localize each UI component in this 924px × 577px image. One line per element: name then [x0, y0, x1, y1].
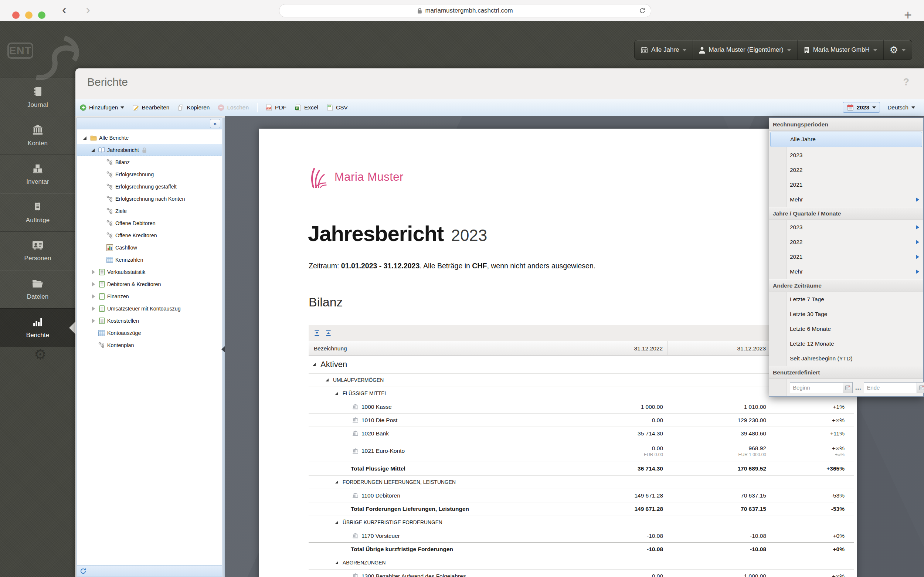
tree-expander-icon[interactable]	[91, 318, 96, 324]
language-button[interactable]: Deutsch	[887, 104, 915, 111]
forward-button[interactable]: ›	[86, 2, 90, 18]
period-item-2-0[interactable]: Letzte 7 Tage	[769, 292, 923, 307]
period-selector-button[interactable]: Alle Jahre	[634, 40, 693, 60]
tree-item-2[interactable]: Bilanz	[77, 156, 222, 168]
report-year-button[interactable]: 2023	[843, 102, 880, 113]
period-item-0-4[interactable]: Mehr	[769, 192, 923, 207]
period-item-0-0[interactable]: Alle Jahre	[770, 132, 922, 147]
tree-expander-icon[interactable]	[83, 135, 88, 140]
tree-item-11[interactable]: Verkaufsstatistik	[77, 266, 222, 278]
sidebar-item-dateien[interactable]: Dateien	[0, 270, 76, 308]
tree-item-9[interactable]: Cashflow	[77, 242, 222, 253]
row-name-cell: 1021 Euro-Konto	[309, 448, 548, 454]
tree-item-4[interactable]: Erfolgsrechnung gestaffelt	[77, 181, 222, 193]
value-cell-2023: 968.92EUR 1 000.00	[668, 445, 771, 457]
table-row: 1170 Vorsteuer-10.08-10.08+0%	[309, 529, 854, 543]
period-item-1-0[interactable]: 2023	[769, 220, 923, 235]
tree-item-15[interactable]: Kostenstellen	[77, 314, 222, 327]
add-button[interactable]: Hinzufügen	[80, 104, 124, 111]
tree-item-7[interactable]: Offene Debitoren	[77, 217, 222, 229]
sidebar-item-berichte[interactable]: Berichte	[0, 308, 76, 347]
chevron-down-icon	[873, 49, 877, 52]
zoom-window-button[interactable]	[38, 11, 45, 19]
tree-item-3[interactable]: Erfolgsrechnung	[77, 168, 222, 181]
sidebar-item-auftraege[interactable]: Aufträge	[0, 193, 76, 231]
sidebar-item-konten[interactable]: Konten	[0, 116, 76, 155]
sidebar-item-personen[interactable]: Personen	[0, 231, 76, 270]
refresh-icon[interactable]	[80, 568, 87, 574]
tree-expander-icon[interactable]	[91, 294, 96, 299]
tree-item-0[interactable]: Alle Berichte	[77, 132, 222, 144]
period-item-0-2[interactable]: 2022	[769, 163, 923, 177]
report-page: Maria Muster Jahresbericht 2023 Zeitraum…	[259, 129, 857, 577]
copy-button[interactable]: Kopieren	[177, 104, 209, 111]
settings-menu-button[interactable]: ⚙	[884, 40, 912, 60]
delete-button[interactable]: Löschen	[218, 104, 249, 111]
tree-expander-icon[interactable]	[91, 306, 96, 311]
back-button[interactable]: ‹	[62, 2, 66, 18]
end-date-input[interactable]	[864, 382, 917, 393]
period-item-1-1[interactable]: 2022	[769, 235, 923, 250]
sidebar-item-inventar[interactable]: Inventar	[0, 155, 76, 193]
address-bar[interactable]: mariamustergmbh.cashctrl.com	[279, 4, 651, 18]
column-header-2023: 31.12.2023	[668, 341, 771, 356]
begin-date-input[interactable]	[790, 382, 843, 393]
submenu-arrow-icon	[916, 269, 919, 274]
tree-expander-icon[interactable]	[91, 147, 96, 153]
collapse-triangle-icon[interactable]	[325, 377, 330, 383]
close-window-button[interactable]	[12, 11, 19, 19]
tree-header: «	[77, 118, 222, 129]
sidebar-item-journal[interactable]: Journal	[0, 77, 76, 116]
csv-button[interactable]: CSV CSV	[326, 104, 348, 111]
tree-expander-icon[interactable]	[91, 269, 96, 275]
collapse-triangle-icon[interactable]	[312, 361, 317, 367]
row-name-cell: Total Flüssige Mittel	[309, 465, 548, 472]
end-date-picker-icon[interactable]	[917, 382, 924, 393]
sidebar-gear-icon[interactable]: ⚙	[34, 347, 47, 363]
tree-expander-icon[interactable]	[91, 282, 96, 287]
collapse-panel-button[interactable]: «	[210, 119, 220, 128]
collapse-triangle-icon[interactable]	[335, 560, 340, 566]
organization-menu-button[interactable]: Maria Muster GmbH	[798, 40, 884, 60]
user-menu-button[interactable]: Maria Muster (Eigentümer)	[693, 40, 797, 60]
period-item-2-2[interactable]: Letzte 6 Monate	[769, 322, 923, 336]
excel-button[interactable]: X Excel	[295, 104, 318, 111]
table-icon	[106, 256, 113, 263]
tree-item-6[interactable]: Ziele	[77, 205, 222, 217]
tree-item-14[interactable]: Umsatzsteuer mit Kontoauszug	[77, 302, 222, 314]
period-item-label: Alle Jahre	[790, 136, 816, 143]
collapse-all-icon[interactable]	[325, 330, 332, 336]
period-item-0-3[interactable]: 2021	[769, 177, 923, 192]
collapse-triangle-icon[interactable]	[335, 520, 340, 525]
value-cell-2022: 1 000.00	[548, 404, 668, 410]
tree-item-17[interactable]: Kontenplan	[77, 339, 222, 351]
edit-button[interactable]: Bearbeiten	[132, 104, 169, 111]
pdf-button[interactable]: PDF PDF	[266, 104, 287, 111]
collapse-triangle-icon[interactable]	[335, 479, 340, 485]
period-custom-header: Benutzerdefiniert	[769, 366, 923, 379]
period-item-1-3[interactable]: Mehr	[769, 264, 923, 279]
chevron-down-icon	[872, 106, 876, 109]
period-item-0-1[interactable]: 2023	[769, 148, 923, 163]
tree-item-10[interactable]: Kennzahlen	[77, 253, 222, 266]
begin-date-picker-icon[interactable]	[843, 382, 853, 393]
tree-item-13[interactable]: Finanzen	[77, 290, 222, 302]
panel-splitter[interactable]	[222, 118, 225, 577]
inventar-icon	[32, 163, 43, 175]
period-item-2-4[interactable]: Seit Jahresbeginn (YTD)	[769, 351, 923, 366]
minimize-window-button[interactable]	[25, 11, 32, 19]
help-button[interactable]: ?	[903, 77, 910, 88]
tree-item-12[interactable]: Debitoren & Kreditoren	[77, 278, 222, 290]
collapse-triangle-icon[interactable]	[335, 391, 340, 396]
reload-icon[interactable]	[639, 7, 646, 14]
tree-item-label: Bilanz	[115, 159, 130, 165]
tree-item-1[interactable]: Jahresbericht	[77, 144, 222, 156]
period-item-2-3[interactable]: Letzte 12 Monate	[769, 336, 923, 351]
tree-item-8[interactable]: Offene Kreditoren	[77, 229, 222, 242]
new-tab-button[interactable]: +	[904, 7, 912, 23]
expand-all-icon[interactable]	[314, 330, 320, 336]
tree-item-16[interactable]: Kontoauszüge	[77, 327, 222, 339]
tree-item-5[interactable]: Erfolgsrechnung nach Konten	[77, 193, 222, 205]
period-item-2-1[interactable]: Letzte 30 Tage	[769, 307, 923, 322]
period-item-1-2[interactable]: 2021	[769, 250, 923, 264]
